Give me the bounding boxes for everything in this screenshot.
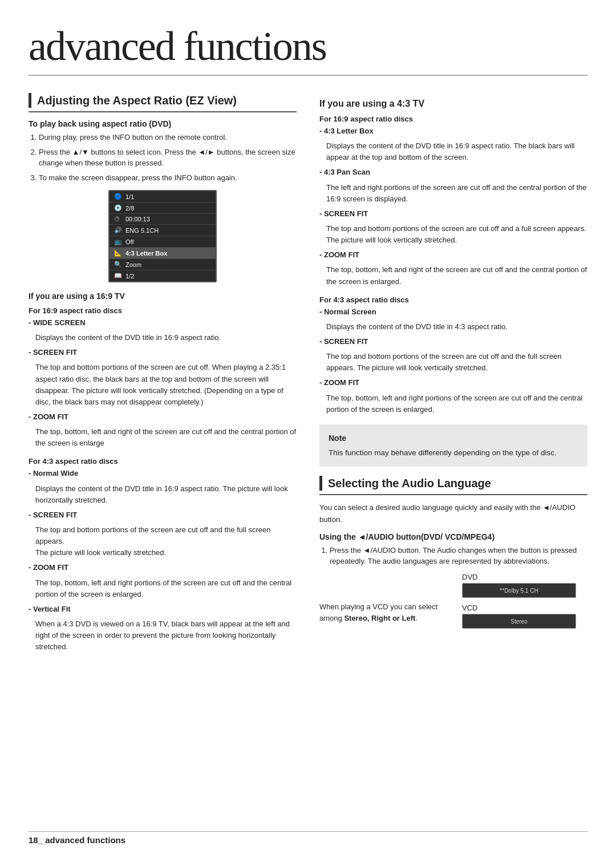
zoom-fit-right-label: - ZOOM FIT [319,249,587,261]
tv-43-section: If you are using a 4:3 TV For 16:9 aspec… [319,99,587,415]
osd-icon-7: 🔍 [114,261,125,268]
normal-wide-label: - Normal Wide [29,468,297,479]
osd-text-3: 00:00:13 [125,216,211,222]
screen-fit-169-label: - SCREEN FIT [29,347,297,358]
screen-fit-169-text: The top and bottom portions of the scree… [29,362,297,408]
normal-screen-label: - Normal Screen [319,306,587,318]
audio-section: Selecting the Audio Language You can sel… [319,476,587,634]
vcd-text-area: When playing a VCD you can select among … [319,573,445,628]
dvd-display-text: **Dolby 5.1 CH [500,588,538,594]
zoom-fit-169-label: - ZOOM FIT [29,411,297,423]
zoom-fit-43-right-label: - ZOOM FIT [319,377,587,388]
pan-scan-text: The left and right portions of the scree… [319,182,587,205]
vcd-display-box: Stereo [462,614,576,629]
wide-screen-label: - WIDE SCREEN [29,317,297,329]
osd-row-6: 📐 4:3 Letter Box [110,248,216,259]
tv-43-heading: If you are using a 4:3 TV [319,99,587,109]
vertical-fit-label: - Vertical Fit [29,604,297,615]
aspect-ratio-heading: Adjusting the Aspect Ratio (EZ View) [29,93,297,108]
vertical-fit-text: When a 4:3 DVD is viewed on a 16:9 TV, b… [29,618,297,653]
pan-scan-label: - 4:3 Pan Scan [319,167,587,178]
osd-row-4: 🔊 ENG 5.1CH [110,225,216,236]
vcd-label: VCD [462,604,587,612]
page-footer: 18_ advanced functions [29,831,587,845]
zoom-fit-right-text: The top, bottom, left and right of the s… [319,264,587,287]
osd-row-2: 💿 2/8 [110,203,216,214]
normal-wide-text: Displays the content of the DVD title in… [29,483,297,506]
osd-row-8: 📖 1/2 [110,270,216,281]
osd-text-5: Off [125,238,211,245]
letter-box-text: Displays the content of the DVD title in… [319,140,587,163]
osd-icon-8: 📖 [114,272,125,280]
screen-fit-43-right-text: The top and bottom portions of the scree… [319,351,587,374]
wide-screen-text: Displays the content of the DVD title in… [29,332,297,343]
screen-fit-right-label: - SCREEN FIT [319,208,587,220]
zoom-fit-43-label: - ZOOM FIT [29,562,297,573]
for-169-label-right: For 16:9 aspect ratio discs [319,115,587,123]
vcd-display-text: Stereo [510,618,527,625]
audio-step-1: Press the ◄/AUDIO button. The Audio chan… [330,545,587,567]
dvd-playback-subheading: To play back using aspect ratio (DVD) [29,119,297,128]
audio-using-heading: Using the ◄/AUDIO button(DVD/ VCD/MPEG4) [319,532,587,541]
note-text: This function may behave differently dep… [329,447,578,459]
for-43-label-right: For 4:3 aspect ratio discs [319,296,587,304]
normal-screen-text: Displays the content of the DVD title in… [319,321,587,333]
osd-row-5: 📺 Off [110,236,216,248]
left-column: Adjusting the Aspect Ratio (EZ View) To … [29,93,297,656]
screen-fit-43-right-label: - SCREEN FIT [319,336,587,347]
osd-text-8: 1/2 [125,273,211,280]
zoom-fit-169-text: The top, bottom, left and right of the s… [29,426,297,449]
osd-icon-1: 🔵 [114,193,125,200]
osd-text-7: Zoom [125,261,211,268]
dvd-vcd-section: When playing a VCD you can select among … [319,573,587,634]
page: advanced functions Adjusting the Aspect … [0,0,616,862]
osd-text-2: 2/8 [125,205,211,212]
aspect-ratio-section: Adjusting the Aspect Ratio (EZ View) To … [29,93,297,282]
note-box: Note This function may behave differentl… [319,424,587,467]
step-1: During play, press the INFO button on th… [39,132,297,143]
osd-row-3: ⏱ 00:00:13 [110,214,216,225]
osd-text-1: 1/1 [125,193,211,200]
osd-icon-6: 📐 [114,249,125,257]
step-2: Press the ▲/▼ buttons to select icon. Pr… [39,147,297,169]
for-169-label: For 16:9 aspect ratio discs [29,306,297,315]
osd-row-7: 🔍 Zoom [110,259,216,270]
right-column: If you are using a 4:3 TV For 16:9 aspec… [319,93,587,656]
osd-icon-3: ⏱ [114,216,125,222]
display-boxes-col: DVD **Dolby 5.1 CH VCD Stereo [462,573,587,634]
tv-169-section: If you are using a 16:9 TV For 16:9 aspe… [29,292,297,653]
osd-display: 🔵 1/1 💿 2/8 ⏱ 00:00:13 🔊 ENG 5.1CH [108,190,217,282]
screen-fit-43-text: The top and bottom portions of the scree… [29,524,297,559]
step-3: To make the screen disappear, press the … [39,172,297,184]
osd-icon-5: 📺 [114,238,125,245]
main-content: Adjusting the Aspect Ratio (EZ View) To … [29,93,587,656]
footer-text: 18_ advanced functions [29,835,125,845]
osd-text-4: ENG 5.1CH [125,227,211,234]
dvd-label: DVD [462,573,587,581]
audio-body: You can select a desired audio language … [319,502,587,525]
for-43-label-left: For 4:3 aspect ratio discs [29,457,297,466]
osd-row-1: 🔵 1/1 [110,191,216,203]
screen-fit-43-label: - SCREEN FIT [29,509,297,521]
zoom-fit-43-text: The top, bottom, left and right portions… [29,577,297,600]
note-title: Note [329,432,578,445]
tv-169-heading: If you are using a 16:9 TV [29,292,297,301]
osd-icon-4: 🔊 [114,226,125,234]
osd-icon-2: 💿 [114,204,125,212]
audio-steps: Press the ◄/AUDIO button. The Audio chan… [319,545,587,567]
osd-text-6: 4:3 Letter Box [125,250,211,257]
audio-heading: Selecting the Audio Language [319,476,587,491]
dvd-display-box: **Dolby 5.1 CH [462,583,576,598]
steps-list: During play, press the INFO button on th… [29,132,297,183]
screen-fit-right-text: The top and bottom portions of the scree… [319,223,587,246]
zoom-fit-43-right-text: The top, bottom, left and right portions… [319,392,587,415]
page-title: advanced functions [29,23,587,76]
vcd-description: When playing a VCD you can select among … [319,601,445,624]
letter-box-label: - 4:3 Letter Box [319,126,587,137]
vcd-options: Stereo, Right or Left [344,614,415,622]
